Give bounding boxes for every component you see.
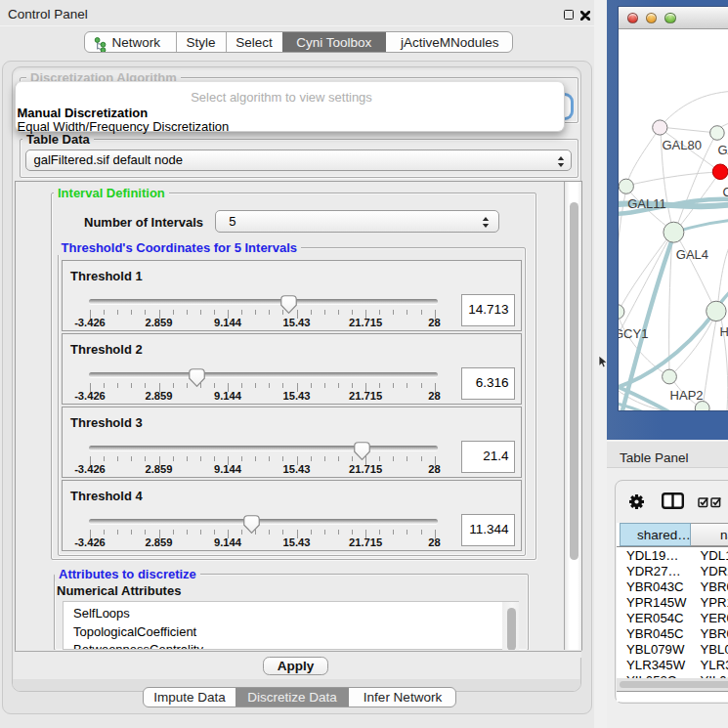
svg-text:CY: CY <box>723 185 728 199</box>
svg-text:GAL11: GAL11 <box>627 196 666 211</box>
svg-text:HAP2: HAP2 <box>670 388 704 403</box>
svg-text:GCY1: GCY1 <box>619 326 648 341</box>
svg-text:GAL80: GAL80 <box>663 138 702 152</box>
svg-text:GAL4: GAL4 <box>676 247 708 262</box>
svg-text:H: H <box>720 324 728 339</box>
svg-text:GA: GA <box>717 143 728 157</box>
